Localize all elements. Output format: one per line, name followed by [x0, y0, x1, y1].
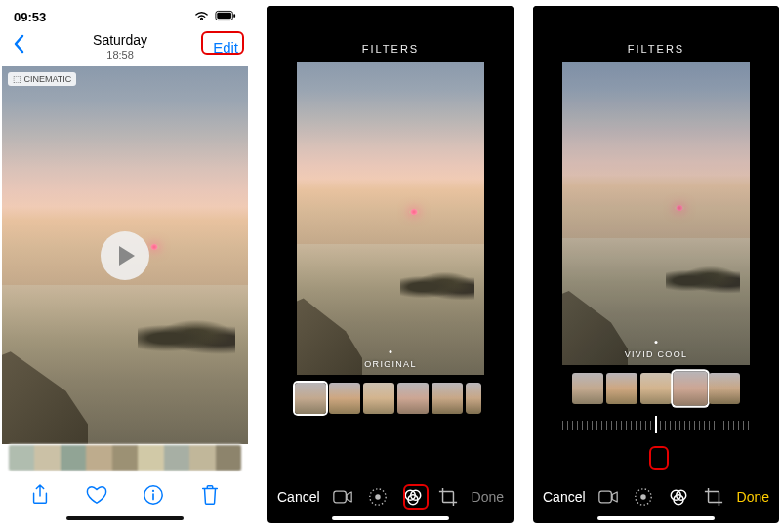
status-time: 09:53 — [14, 10, 46, 24]
edit-button[interactable]: Edit — [213, 39, 238, 56]
done-button[interactable]: Done — [472, 489, 504, 505]
filter-thumb-original[interactable] — [572, 373, 603, 404]
filter-carousel[interactable] — [295, 383, 486, 420]
svg-point-13 — [640, 494, 645, 499]
screen-title: FILTERS — [267, 37, 514, 61]
nav-time: 18:58 — [93, 49, 147, 61]
delete-icon[interactable] — [199, 484, 221, 510]
filter-thumb-vivid-warm[interactable] — [640, 373, 672, 404]
svg-rect-5 — [334, 491, 347, 503]
status-right — [194, 10, 236, 24]
home-indicator[interactable] — [597, 516, 715, 520]
timeline-strip[interactable] — [8, 444, 242, 471]
play-button[interactable] — [101, 231, 149, 280]
editor-toolbar: Cancel Done — [533, 477, 779, 516]
share-icon[interactable] — [29, 484, 51, 510]
editor-canvas[interactable]: ORIGINAL — [297, 62, 484, 375]
home-indicator[interactable] — [66, 516, 184, 520]
filter-indicator-dot — [655, 341, 658, 344]
status-bar: 09:53 — [2, 6, 248, 27]
info-icon[interactable] — [143, 484, 164, 510]
filter-thumb-vivid[interactable] — [606, 373, 637, 404]
filter-thumb-dramatic[interactable] — [432, 383, 463, 414]
filter-thumb-vivid[interactable] — [329, 383, 360, 414]
filter-thumb-dramatic[interactable] — [709, 373, 740, 404]
svg-rect-11 — [599, 491, 612, 503]
wifi-icon — [194, 10, 209, 24]
filter-thumb-vivid-cool[interactable] — [673, 371, 707, 405]
battery-icon — [215, 10, 236, 24]
screen-title: FILTERS — [533, 37, 779, 61]
crop-icon[interactable] — [704, 487, 723, 507]
crop-icon[interactable] — [438, 487, 458, 507]
filter-thumb-next[interactable] — [466, 383, 481, 414]
photos-viewer-screen: 09:53 Saturday 18:58 Edit ⬚ CINEMATIC — [2, 6, 248, 523]
svg-point-7 — [375, 494, 380, 499]
filters-icon[interactable] — [403, 487, 423, 507]
svg-rect-1 — [217, 12, 231, 18]
editor-screen-original: FILTERS ORIGINAL Cancel Done — [267, 6, 514, 523]
slider-marker[interactable] — [655, 416, 657, 433]
adjust-icon[interactable] — [368, 487, 388, 507]
back-button[interactable] — [12, 34, 27, 60]
home-indicator[interactable] — [332, 516, 449, 520]
editor-toolbar: Cancel Done — [267, 477, 514, 516]
video-icon[interactable] — [333, 487, 352, 507]
editor-canvas[interactable]: VIVID COOL — [562, 62, 750, 365]
filter-carousel[interactable] — [560, 373, 752, 410]
nav-title: Saturday 18:58 — [93, 33, 147, 60]
bottom-toolbar — [2, 477, 248, 516]
nav-date: Saturday — [93, 33, 147, 48]
filter-thumb-vivid-cool[interactable] — [397, 383, 429, 414]
filter-indicator-dot — [390, 350, 392, 353]
editor-screen-vivid-cool: FILTERS VIVID COOL Cancel — [533, 6, 779, 523]
filter-name-label: VIVID COOL — [625, 349, 688, 359]
svg-rect-2 — [233, 14, 235, 18]
favorite-icon[interactable] — [86, 484, 107, 510]
video-icon[interactable] — [598, 487, 618, 507]
intensity-slider[interactable] — [562, 414, 750, 437]
cancel-button[interactable]: Cancel — [277, 489, 320, 505]
photo-viewer[interactable]: ⬚ CINEMATIC — [2, 66, 248, 444]
nav-bar: Saturday 18:58 Edit — [2, 27, 248, 66]
filter-name-label: ORIGINAL — [364, 359, 416, 369]
adjust-icon[interactable] — [634, 487, 653, 507]
done-button[interactable]: Done — [737, 489, 769, 505]
svg-point-4 — [152, 490, 154, 492]
filter-thumb-vivid-warm[interactable] — [363, 383, 394, 414]
cinematic-badge: ⬚ CINEMATIC — [8, 72, 76, 86]
filter-thumb-original[interactable] — [295, 383, 326, 414]
filters-icon[interactable] — [669, 487, 688, 507]
cancel-button[interactable]: Cancel — [543, 489, 586, 505]
